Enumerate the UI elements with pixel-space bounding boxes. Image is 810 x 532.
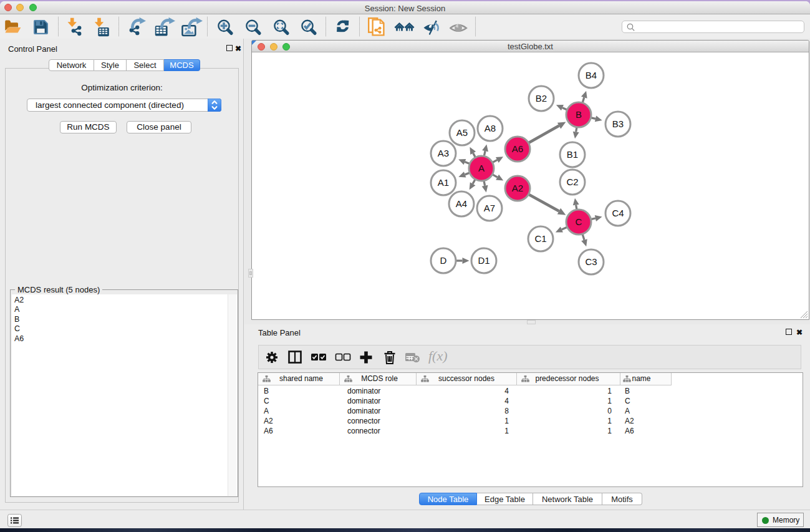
svg-text:B1: B1: [567, 149, 578, 160]
svg-text:C2: C2: [566, 177, 578, 187]
svg-text:A2: A2: [512, 183, 523, 193]
svg-text:B: B: [576, 109, 582, 120]
svg-text:D1: D1: [478, 255, 489, 266]
svg-text:A3: A3: [438, 148, 449, 158]
svg-text:A7: A7: [484, 203, 495, 213]
svg-text:B2: B2: [536, 93, 547, 104]
svg-text:A: A: [478, 163, 485, 173]
svg-text:A6: A6: [512, 143, 523, 154]
svg-text:A5: A5: [456, 127, 468, 138]
svg-text:A4: A4: [456, 198, 467, 209]
svg-text:A1: A1: [438, 177, 449, 188]
svg-text:D: D: [440, 255, 447, 266]
svg-text:C: C: [576, 216, 582, 227]
svg-text:B3: B3: [612, 118, 624, 129]
svg-text:C1: C1: [534, 233, 546, 244]
svg-text:C4: C4: [612, 208, 624, 218]
svg-text:A8: A8: [485, 123, 496, 133]
svg-text:B4: B4: [586, 70, 597, 80]
svg-text:C3: C3: [585, 256, 597, 267]
